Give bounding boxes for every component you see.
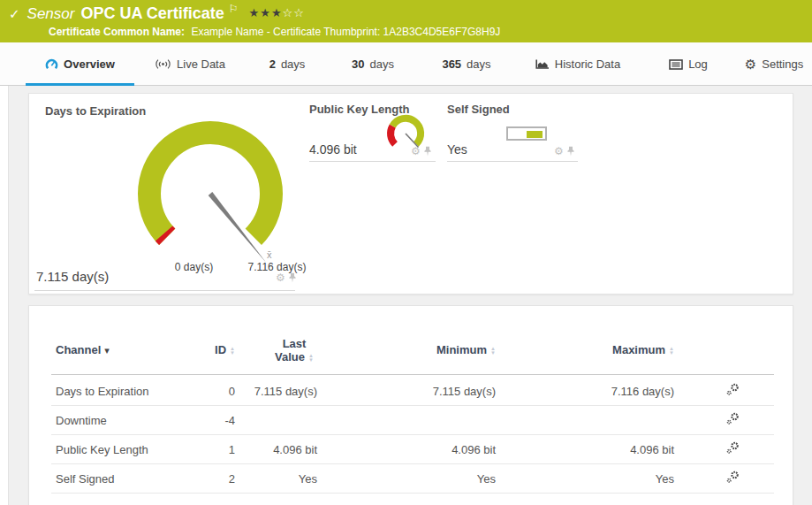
cell-maximum: 7.116 day(s): [533, 385, 674, 398]
star-filled-icon[interactable]: ★: [260, 6, 271, 19]
cell-id: 1: [140, 443, 235, 456]
sort-arrows-icon: ▲▼: [490, 347, 496, 356]
column-header-channel-label: Channel: [56, 343, 101, 356]
edit-channel-icon[interactable]: [725, 471, 752, 486]
sort-arrows-icon: ▲▼: [308, 354, 314, 363]
days-to-expiration-gauge: [125, 111, 306, 262]
cell-channel: Downtime: [56, 414, 107, 427]
column-header-maximum-label: Maximum: [612, 343, 665, 356]
page-title: OPC UA Certificate: [80, 4, 224, 23]
sort-arrows-icon: ▲▼: [230, 347, 235, 356]
flag-icon: ⚐: [229, 3, 239, 15]
tab-live-data[interactable]: Live Data: [144, 42, 236, 86]
tab-historic-data-label: Historic Data: [555, 57, 620, 71]
column-header-minimum-label: Minimum: [436, 343, 487, 356]
cell-channel: Days to Expiration: [56, 385, 149, 398]
tab-bar: Overview Live Data 2 days 30 days 365 da…: [0, 42, 812, 86]
tab-log-label: Log: [688, 57, 708, 71]
tab-settings-label: Settings: [762, 57, 803, 71]
cell-minimum: 7.115 day(s): [354, 385, 496, 398]
column-header-last-value[interactable]: Last Value▲▼: [250, 337, 338, 363]
gauge-self-signed-title: Self Signed: [447, 103, 510, 116]
table-row: Downtime -4: [51, 406, 774, 435]
channel-table-panel: Channel▾ ID▲▼ Last Value▲▼ Minimum▲▼ Max…: [28, 305, 793, 505]
table-row: Self Signed 2 Yes Yes Yes: [51, 464, 774, 494]
pin-icon[interactable]: [423, 146, 432, 157]
cell-minimum: 4.096 bit: [354, 443, 496, 456]
cell-last-value: 7.115 day(s): [228, 385, 317, 398]
tab-log[interactable]: Log: [663, 42, 714, 86]
tab-2-days-label: days: [281, 57, 305, 71]
gear-icon[interactable]: ⚙: [276, 272, 285, 284]
tab-live-data-label: Live Data: [177, 57, 225, 71]
gear-icon[interactable]: ⚙: [411, 145, 421, 157]
tab-2-days-number: 2: [269, 57, 276, 71]
tab-365-days-number: 365: [442, 57, 461, 71]
sort-arrows-icon: ▲▼: [669, 347, 674, 356]
live-signal-icon: [155, 58, 171, 70]
historic-chart-icon: [535, 58, 550, 70]
column-header-id[interactable]: ID▲▼: [140, 343, 235, 356]
gauge-icon: [45, 58, 58, 71]
cell-id: 2: [140, 472, 235, 486]
tab-historic-data[interactable]: Historic Data: [530, 42, 626, 86]
subtitle-value: Example Name - Certificate Thumbprint: 1…: [191, 26, 500, 38]
star-empty-icon[interactable]: ☆: [283, 6, 294, 19]
column-header-channel[interactable]: Channel▾: [56, 343, 110, 356]
tab-365-days-label: days: [467, 57, 490, 71]
self-signed-indicator-block: [527, 131, 543, 138]
sensor-subtitle: Certificate Common Name: Example Name - …: [49, 26, 500, 38]
status-ok-icon: ✓: [9, 6, 20, 22]
column-header-value-label: Value: [275, 350, 305, 363]
mean-marker: x̄: [267, 249, 272, 260]
pin-icon[interactable]: [288, 272, 297, 283]
column-header-id-label: ID: [215, 343, 226, 356]
star-empty-icon[interactable]: ☆: [293, 6, 305, 19]
edit-channel-icon[interactable]: [725, 441, 752, 457]
gauge-scale-min: 0 day(s): [148, 261, 240, 273]
channel-tools: ⚙: [276, 272, 297, 284]
edit-channel-icon[interactable]: [725, 383, 752, 399]
column-header-minimum[interactable]: Minimum▲▼: [354, 343, 496, 356]
star-filled-icon[interactable]: ★: [271, 6, 283, 19]
gear-icon[interactable]: ⚙: [554, 145, 564, 157]
table-row: Public Key Length 1 4.096 bit 4.096 bit …: [51, 435, 774, 464]
tab-30-days-label: days: [370, 57, 394, 71]
sort-caret-icon: ▾: [104, 345, 110, 356]
row-divider: [51, 493, 774, 494]
sensor-header: ✓ Sensor OPC UA Certificate ⚐ ★★★☆☆ Cert…: [0, 0, 812, 42]
column-header-last-label: Last: [283, 337, 307, 350]
log-list-icon: [669, 59, 683, 70]
left-rail: [0, 86, 9, 505]
tab-30-days-number: 30: [352, 57, 364, 71]
cell-id: -4: [140, 414, 235, 427]
cell-channel: Self Signed: [56, 472, 115, 486]
pin-icon[interactable]: [566, 146, 575, 157]
cell-maximum: 4.096 bit: [533, 443, 674, 456]
tab-365-days[interactable]: 365 days: [436, 42, 497, 86]
subtitle-label: Certificate Common Name:: [49, 26, 185, 38]
column-header-maximum[interactable]: Maximum▲▼: [533, 343, 674, 356]
tab-2-days[interactable]: 2 days: [261, 42, 314, 86]
tab-30-days[interactable]: 30 days: [346, 42, 399, 86]
table-row: Days to Expiration 0 7.115 day(s) 7.115 …: [51, 377, 774, 406]
cell-divider: [309, 161, 436, 162]
tab-settings[interactable]: ⚙ Settings: [742, 42, 806, 86]
cell-channel: Public Key Length: [56, 443, 148, 456]
cell-last-value: Yes: [228, 472, 317, 486]
priority-stars[interactable]: ★★★☆☆: [249, 6, 305, 19]
self-signed-value: Yes: [447, 142, 467, 157]
channel-tools: ⚙: [554, 145, 575, 157]
days-to-expiration-value: 7.115 day(s): [36, 269, 109, 284]
sensor-kind-label: Sensor: [27, 5, 75, 23]
cell-divider: [34, 290, 295, 291]
tab-overview[interactable]: Overview: [26, 42, 134, 86]
tab-overview-label: Overview: [64, 57, 115, 71]
cell-divider: [447, 161, 578, 162]
table-header-divider: [51, 374, 774, 375]
star-filled-icon[interactable]: ★: [249, 6, 261, 19]
gear-icon: ⚙: [745, 57, 756, 73]
overview-gauges-panel: Days to Expiration x̄ 0 day(s) 7.116 day…: [28, 93, 793, 295]
channel-table: Channel▾ ID▲▼ Last Value▲▼ Minimum▲▼ Max…: [51, 306, 774, 505]
edit-channel-icon[interactable]: [725, 412, 752, 428]
